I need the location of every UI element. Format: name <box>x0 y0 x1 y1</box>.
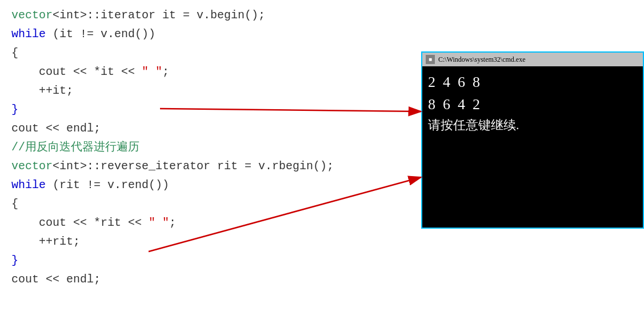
code-token: cout << *rit << " "; <box>11 216 176 229</box>
code-line-8: //用反向迭代器进行遍历 <box>11 138 406 157</box>
code-keyword-while2: while <box>11 178 46 192</box>
code-comment: //用反向迭代器进行遍历 <box>11 141 139 154</box>
code-token: ++rit; <box>11 235 80 248</box>
code-keyword-while: while <box>11 27 46 41</box>
code-line-12: cout << *rit << " "; <box>11 213 406 232</box>
code-brace: } <box>11 103 18 116</box>
code-token: cout << endl; <box>11 122 101 135</box>
cmd-title-text: C:\Windows\system32\cmd.exe <box>438 55 526 64</box>
code-token: cout << endl; <box>11 273 101 286</box>
code-line-15: cout << endl; <box>11 270 406 289</box>
cmd-output-line1: 2 4 6 8 <box>428 71 637 93</box>
code-token: vector <box>11 9 53 22</box>
code-token: (it != v.end()) <box>46 27 155 41</box>
code-line-7: cout << endl; <box>11 119 406 138</box>
cmd-output-line2: 8 6 4 2 <box>428 93 637 115</box>
code-token: (rit != v.rend()) <box>46 178 169 192</box>
code-brace2: } <box>11 254 18 267</box>
code-token: cout << *it << " "; <box>11 65 169 78</box>
code-line-5: ++it; <box>11 81 406 100</box>
code-line-9: vector<int>::reverse_iterator rit = v.rb… <box>11 157 406 176</box>
code-token: <int>::iterator it = v.begin(); <box>53 9 265 22</box>
code-line-6: } <box>11 100 406 119</box>
code-line-4: cout << *it << " "; <box>11 62 406 81</box>
code-line-1: vector<int>::iterator it = v.begin(); <box>11 6 406 25</box>
cmd-window: ■ C:\Windows\system32\cmd.exe 2 4 6 8 8 … <box>421 51 644 229</box>
code-token: ++it; <box>11 84 73 97</box>
cmd-titlebar: ■ C:\Windows\system32\cmd.exe <box>422 53 643 66</box>
code-line-13: ++rit; <box>11 232 406 251</box>
code-token: { <box>11 46 18 59</box>
code-panel: vector<int>::iterator it = v.begin(); wh… <box>0 0 417 315</box>
code-token: <int>::reverse_iterator rit = v.rbegin()… <box>53 160 334 173</box>
code-line-2: while (it != v.end()) <box>11 25 406 43</box>
code-line-11: { <box>11 194 406 213</box>
cmd-icon: ■ <box>426 55 435 64</box>
code-line-14: } <box>11 251 406 270</box>
code-token: vector <box>11 160 53 173</box>
code-line-10: while (rit != v.rend()) <box>11 176 406 194</box>
cmd-output-line3: 请按任意键继续. <box>428 115 637 134</box>
code-token: { <box>11 197 18 210</box>
cmd-body: 2 4 6 8 8 6 4 2 请按任意键继续. <box>422 66 643 228</box>
code-line-3: { <box>11 43 406 62</box>
